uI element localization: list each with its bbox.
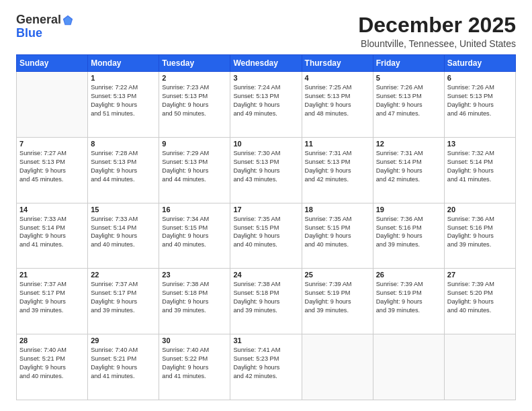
day-info: Sunrise: 7:38 AM Sunset: 5:18 PM Dayligh… (233, 280, 298, 315)
day-info: Sunrise: 7:30 AM Sunset: 5:13 PM Dayligh… (233, 149, 298, 184)
col-monday: Monday (88, 55, 159, 72)
table-row (444, 334, 515, 400)
table-row: 13Sunrise: 7:32 AM Sunset: 5:14 PM Dayli… (444, 137, 515, 203)
table-row: 16Sunrise: 7:34 AM Sunset: 5:15 PM Dayli… (159, 203, 230, 269)
day-info: Sunrise: 7:33 AM Sunset: 5:14 PM Dayligh… (91, 215, 156, 250)
day-number: 28 (19, 336, 85, 345)
day-number: 5 (376, 74, 441, 82)
logo-icon (62, 14, 74, 26)
day-number: 22 (91, 271, 156, 279)
table-row: 15Sunrise: 7:33 AM Sunset: 5:14 PM Dayli… (88, 203, 159, 269)
table-row: 29Sunrise: 7:40 AM Sunset: 5:21 PM Dayli… (88, 334, 159, 400)
day-info: Sunrise: 7:35 AM Sunset: 5:15 PM Dayligh… (233, 215, 298, 250)
day-number: 11 (305, 140, 370, 148)
day-info: Sunrise: 7:26 AM Sunset: 5:13 PM Dayligh… (376, 83, 441, 118)
day-number: 8 (91, 140, 156, 148)
day-info: Sunrise: 7:38 AM Sunset: 5:18 PM Dayligh… (162, 280, 227, 315)
day-number: 16 (162, 205, 227, 214)
day-number: 7 (19, 140, 85, 148)
day-info: Sunrise: 7:39 AM Sunset: 5:19 PM Dayligh… (305, 280, 370, 315)
calendar-week-row: 21Sunrise: 7:37 AM Sunset: 5:17 PM Dayli… (17, 269, 516, 334)
day-number: 2 (162, 74, 227, 82)
table-row: 19Sunrise: 7:36 AM Sunset: 5:16 PM Dayli… (373, 203, 444, 269)
table-row: 4Sunrise: 7:25 AM Sunset: 5:13 PM Daylig… (302, 72, 373, 138)
day-info: Sunrise: 7:25 AM Sunset: 5:13 PM Dayligh… (305, 83, 370, 118)
day-number: 12 (376, 140, 441, 148)
table-row: 23Sunrise: 7:38 AM Sunset: 5:18 PM Dayli… (159, 269, 230, 334)
col-friday: Friday (373, 55, 444, 72)
calendar-header-row: Sunday Monday Tuesday Wednesday Thursday… (17, 55, 516, 72)
col-thursday: Thursday (302, 55, 373, 72)
table-row: 10Sunrise: 7:30 AM Sunset: 5:13 PM Dayli… (230, 137, 302, 203)
table-row: 18Sunrise: 7:35 AM Sunset: 5:15 PM Dayli… (302, 203, 373, 269)
table-row: 8Sunrise: 7:28 AM Sunset: 5:13 PM Daylig… (88, 137, 159, 203)
calendar-week-row: 14Sunrise: 7:33 AM Sunset: 5:14 PM Dayli… (17, 203, 516, 269)
day-info: Sunrise: 7:31 AM Sunset: 5:14 PM Dayligh… (376, 149, 441, 184)
day-info: Sunrise: 7:34 AM Sunset: 5:15 PM Dayligh… (162, 215, 227, 250)
day-info: Sunrise: 7:36 AM Sunset: 5:16 PM Dayligh… (447, 215, 513, 250)
logo-general: General (16, 13, 61, 27)
day-number: 23 (162, 271, 227, 279)
table-row: 5Sunrise: 7:26 AM Sunset: 5:13 PM Daylig… (373, 72, 444, 138)
day-info: Sunrise: 7:32 AM Sunset: 5:14 PM Dayligh… (447, 149, 513, 184)
calendar-week-row: 7Sunrise: 7:27 AM Sunset: 5:13 PM Daylig… (17, 137, 516, 203)
day-info: Sunrise: 7:28 AM Sunset: 5:13 PM Dayligh… (91, 149, 156, 184)
day-info: Sunrise: 7:37 AM Sunset: 5:17 PM Dayligh… (91, 280, 156, 315)
table-row (373, 334, 444, 400)
day-info: Sunrise: 7:31 AM Sunset: 5:13 PM Dayligh… (305, 149, 370, 184)
logo-blue: Blue (16, 26, 42, 40)
day-number: 9 (162, 140, 227, 148)
table-row (302, 334, 373, 400)
day-number: 25 (305, 271, 370, 279)
day-number: 19 (376, 205, 441, 214)
day-info: Sunrise: 7:29 AM Sunset: 5:13 PM Dayligh… (162, 149, 227, 184)
day-number: 26 (376, 271, 441, 279)
table-row: 14Sunrise: 7:33 AM Sunset: 5:14 PM Dayli… (17, 203, 88, 269)
day-info: Sunrise: 7:33 AM Sunset: 5:14 PM Dayligh… (19, 215, 85, 250)
day-number: 10 (233, 140, 298, 148)
table-row: 17Sunrise: 7:35 AM Sunset: 5:15 PM Dayli… (230, 203, 302, 269)
col-saturday: Saturday (444, 55, 515, 72)
table-row (17, 72, 88, 138)
page: General Blue December 2025 Blountville, … (0, 0, 532, 411)
table-row: 22Sunrise: 7:37 AM Sunset: 5:17 PM Dayli… (88, 269, 159, 334)
day-number: 30 (162, 336, 227, 345)
day-number: 21 (19, 271, 85, 279)
day-info: Sunrise: 7:27 AM Sunset: 5:13 PM Dayligh… (19, 149, 85, 184)
table-row: 12Sunrise: 7:31 AM Sunset: 5:14 PM Dayli… (373, 137, 444, 203)
table-row: 3Sunrise: 7:24 AM Sunset: 5:13 PM Daylig… (230, 72, 302, 138)
day-info: Sunrise: 7:39 AM Sunset: 5:19 PM Dayligh… (376, 280, 441, 315)
table-row: 7Sunrise: 7:27 AM Sunset: 5:13 PM Daylig… (17, 137, 88, 203)
table-row: 21Sunrise: 7:37 AM Sunset: 5:17 PM Dayli… (17, 269, 88, 334)
table-row: 25Sunrise: 7:39 AM Sunset: 5:19 PM Dayli… (302, 269, 373, 334)
table-row: 11Sunrise: 7:31 AM Sunset: 5:13 PM Dayli… (302, 137, 373, 203)
day-number: 24 (233, 271, 298, 279)
col-sunday: Sunday (17, 55, 88, 72)
day-info: Sunrise: 7:36 AM Sunset: 5:16 PM Dayligh… (376, 215, 441, 250)
day-info: Sunrise: 7:40 AM Sunset: 5:21 PM Dayligh… (91, 346, 156, 381)
day-number: 15 (91, 205, 156, 214)
day-info: Sunrise: 7:40 AM Sunset: 5:21 PM Dayligh… (19, 346, 85, 381)
day-info: Sunrise: 7:23 AM Sunset: 5:13 PM Dayligh… (162, 83, 227, 118)
header: General Blue December 2025 Blountville, … (16, 13, 516, 49)
table-row: 24Sunrise: 7:38 AM Sunset: 5:18 PM Dayli… (230, 269, 302, 334)
calendar-table: Sunday Monday Tuesday Wednesday Thursday… (16, 54, 516, 400)
col-tuesday: Tuesday (159, 55, 230, 72)
day-number: 18 (305, 205, 370, 214)
day-number: 14 (19, 205, 85, 214)
calendar-week-row: 1Sunrise: 7:22 AM Sunset: 5:13 PM Daylig… (17, 72, 516, 138)
title-block: December 2025 Blountville, Tennessee, Un… (358, 13, 516, 49)
day-number: 13 (447, 140, 513, 148)
day-number: 29 (91, 336, 156, 345)
col-wednesday: Wednesday (230, 55, 302, 72)
month-title: December 2025 (358, 13, 516, 37)
table-row: 2Sunrise: 7:23 AM Sunset: 5:13 PM Daylig… (159, 72, 230, 138)
table-row: 30Sunrise: 7:40 AM Sunset: 5:22 PM Dayli… (159, 334, 230, 400)
table-row: 20Sunrise: 7:36 AM Sunset: 5:16 PM Dayli… (444, 203, 515, 269)
table-row: 1Sunrise: 7:22 AM Sunset: 5:13 PM Daylig… (88, 72, 159, 138)
table-row: 9Sunrise: 7:29 AM Sunset: 5:13 PM Daylig… (159, 137, 230, 203)
calendar-week-row: 28Sunrise: 7:40 AM Sunset: 5:21 PM Dayli… (17, 334, 516, 400)
day-number: 20 (447, 205, 513, 214)
logo: General Blue (16, 13, 74, 40)
table-row: 6Sunrise: 7:26 AM Sunset: 5:13 PM Daylig… (444, 72, 515, 138)
